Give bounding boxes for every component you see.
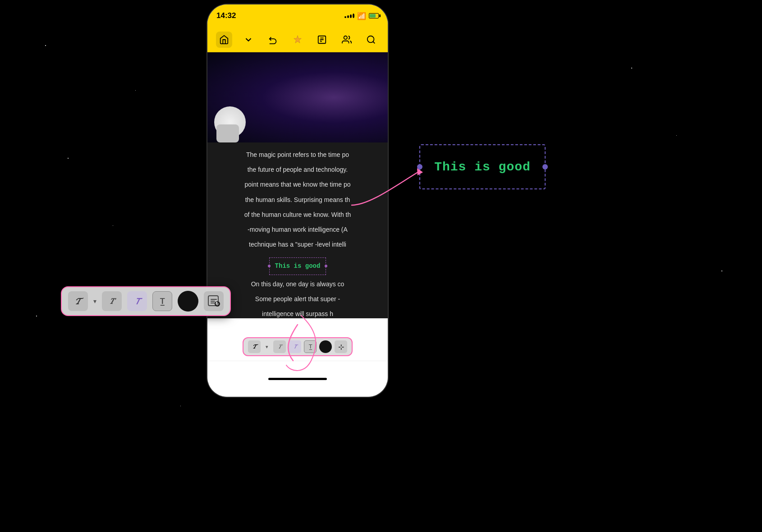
content-line-8: On this day, one day is always co bbox=[216, 279, 379, 290]
fts-grab[interactable]: ⊹ bbox=[335, 340, 347, 353]
content-line-10: intelligence will surpass h bbox=[216, 308, 379, 318]
home-button[interactable] bbox=[216, 32, 232, 48]
wifi-icon: 📶 bbox=[357, 12, 366, 20]
fts-outline-t[interactable]: T̲ bbox=[304, 340, 317, 353]
fts-purple-t[interactable]: 𝘛 bbox=[289, 340, 301, 353]
phone-toolbar: T bbox=[207, 27, 388, 52]
large-annotation-box: This is good bbox=[419, 144, 546, 189]
search-button[interactable] bbox=[363, 32, 379, 48]
ft-regular-t-button[interactable]: 𝑇 bbox=[102, 291, 122, 311]
content-line-5: of the human culture we know. With th bbox=[216, 209, 379, 220]
undo-button[interactable] bbox=[265, 32, 281, 48]
content-line-6: -moving human work intelligence (A bbox=[216, 224, 379, 235]
content-line-7: technique has a "super -level intelli bbox=[216, 239, 379, 250]
ft-color-button[interactable] bbox=[178, 291, 198, 312]
ft-bold-t-button[interactable]: 𝓣 bbox=[68, 291, 88, 311]
book-content: The magic point refers to the time po th… bbox=[207, 142, 388, 318]
small-annotation-box: This is good bbox=[269, 257, 326, 275]
svg-point-5 bbox=[344, 36, 347, 39]
svg-point-6 bbox=[367, 36, 374, 42]
status-bar: 14:32 📶 bbox=[207, 5, 388, 27]
ft-dropdown-arrow[interactable]: ▾ bbox=[93, 298, 96, 305]
fts-dropdown[interactable]: ▾ bbox=[263, 343, 271, 350]
content-line-3: point means that we know the time po bbox=[216, 179, 379, 190]
content-line-4: the human skills. Surprising means th bbox=[216, 194, 379, 206]
small-annotation-text: This is good bbox=[275, 262, 321, 270]
space-image bbox=[207, 52, 388, 142]
home-bar bbox=[207, 361, 388, 397]
user-button[interactable] bbox=[339, 32, 355, 48]
large-dot-left bbox=[417, 164, 422, 170]
ft-outline-t-button[interactable]: T̲ bbox=[152, 291, 172, 311]
ft-purple-t-button[interactable]: 𝘛 bbox=[127, 291, 147, 311]
text-tool[interactable]: T bbox=[314, 32, 330, 48]
fts-bold-t[interactable]: 𝓣 bbox=[248, 340, 261, 353]
small-annotation-container: This is good bbox=[269, 257, 326, 275]
status-time: 14:32 bbox=[216, 11, 236, 20]
home-indicator bbox=[268, 378, 327, 380]
ft-grab-button[interactable] bbox=[204, 291, 224, 311]
battery-icon bbox=[369, 13, 379, 18]
small-dot-right bbox=[325, 265, 327, 267]
fts-black-circle[interactable] bbox=[319, 340, 332, 353]
large-annotation-text: This is good bbox=[434, 160, 531, 174]
phone-frame: 14:32 📶 bbox=[207, 5, 388, 397]
phone-content: The magic point refers to the time po th… bbox=[207, 52, 388, 318]
status-icons: 📶 bbox=[344, 12, 379, 20]
svg-text:T: T bbox=[320, 38, 322, 42]
small-dot-left bbox=[268, 265, 271, 267]
content-line-9: Some people alert that super - bbox=[216, 294, 379, 305]
content-line-2: the future of people and technology. bbox=[216, 164, 379, 175]
large-dot-right bbox=[542, 164, 548, 170]
svg-point-8 bbox=[215, 301, 220, 307]
chevron-down-icon[interactable] bbox=[240, 32, 257, 48]
highlight-tool[interactable] bbox=[289, 32, 306, 48]
fts-italic-t[interactable]: 𝑇 bbox=[273, 340, 286, 353]
large-floating-toolbar: 𝓣 ▾ 𝑇 𝘛 T̲ bbox=[61, 286, 231, 316]
phone-floating-toolbar: 𝓣 ▾ 𝑇 𝘛 T̲ ⊹ bbox=[243, 337, 353, 356]
content-line-1: The magic point refers to the time po bbox=[216, 149, 379, 161]
